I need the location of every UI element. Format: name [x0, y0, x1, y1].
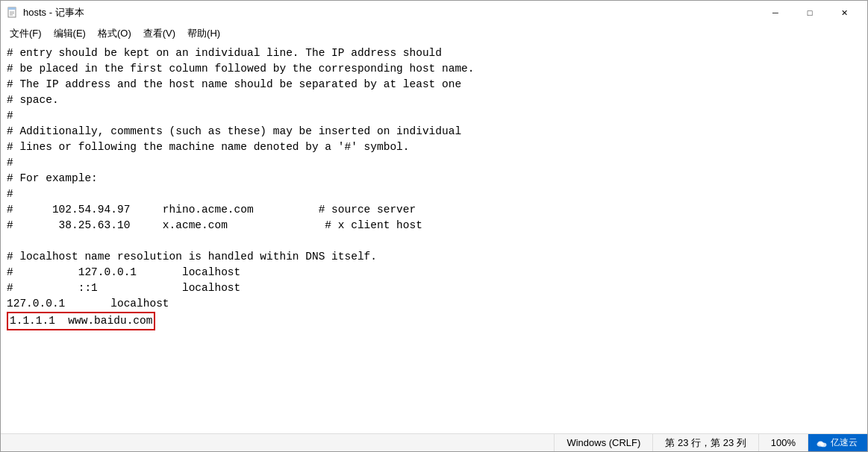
- notepad-icon: [7, 7, 19, 19]
- brand-cloud-icon: [816, 439, 828, 448]
- status-encoding: Windows (CRLF): [554, 434, 652, 451]
- svg-point-7: [818, 441, 822, 445]
- highlighted-line: 1.1.1.1 www.baidu.com: [7, 312, 155, 330]
- text-lines: # entry should be kept on an individual …: [7, 47, 475, 310]
- status-line-col: 第 23 行，第 23 列: [652, 434, 758, 451]
- svg-rect-1: [8, 7, 16, 10]
- title-bar-left: hosts - 记事本: [7, 6, 758, 19]
- menu-format[interactable]: 格式(O): [92, 25, 137, 42]
- close-button[interactable]: ✕: [827, 1, 861, 25]
- status-zoom: 100%: [758, 434, 808, 451]
- minimize-button[interactable]: ─: [758, 1, 793, 25]
- title-bar-controls: ─ □ ✕: [758, 1, 861, 25]
- menu-view[interactable]: 查看(V): [137, 25, 181, 42]
- brand-label: 亿速云: [831, 436, 858, 449]
- menu-help[interactable]: 帮助(H): [181, 25, 226, 42]
- content-area: # entry should be kept on an individual …: [1, 43, 867, 433]
- status-bar: Windows (CRLF) 第 23 行，第 23 列 100% 亿速云: [1, 433, 867, 451]
- menu-file[interactable]: 文件(F): [4, 25, 48, 42]
- status-brand: 亿速云: [808, 434, 867, 451]
- text-editor[interactable]: # entry should be kept on an individual …: [1, 43, 867, 433]
- menu-bar: 文件(F) 编辑(E) 格式(O) 查看(V) 帮助(H): [1, 25, 867, 43]
- window-title: hosts - 记事本: [23, 6, 84, 19]
- maximize-button[interactable]: □: [793, 1, 827, 25]
- menu-edit[interactable]: 编辑(E): [48, 25, 92, 42]
- title-bar: hosts - 记事本 ─ □ ✕: [1, 1, 867, 25]
- main-window: hosts - 记事本 ─ □ ✕ 文件(F) 编辑(E) 格式(O) 查看(V…: [0, 0, 868, 452]
